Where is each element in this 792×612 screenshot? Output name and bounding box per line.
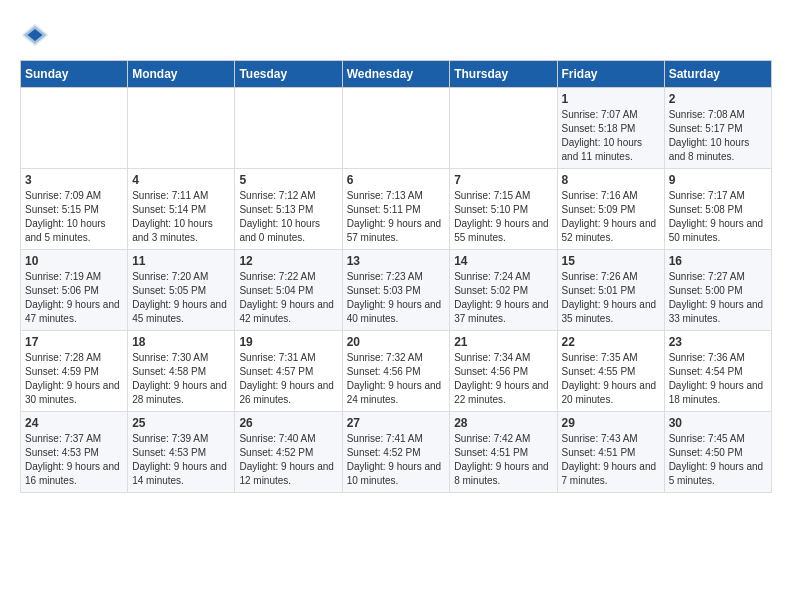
day-of-week-header: Sunday [21, 61, 128, 88]
calendar-day-cell: 24Sunrise: 7:37 AM Sunset: 4:53 PM Dayli… [21, 412, 128, 493]
logo-icon [20, 20, 50, 50]
day-number: 7 [454, 173, 552, 187]
day-number: 6 [347, 173, 446, 187]
day-info: Sunrise: 7:11 AM Sunset: 5:14 PM Dayligh… [132, 189, 230, 245]
day-info: Sunrise: 7:23 AM Sunset: 5:03 PM Dayligh… [347, 270, 446, 326]
calendar-day-cell: 17Sunrise: 7:28 AM Sunset: 4:59 PM Dayli… [21, 331, 128, 412]
day-number: 12 [239, 254, 337, 268]
day-number: 22 [562, 335, 660, 349]
calendar-day-cell: 27Sunrise: 7:41 AM Sunset: 4:52 PM Dayli… [342, 412, 450, 493]
day-number: 20 [347, 335, 446, 349]
calendar-day-cell: 6Sunrise: 7:13 AM Sunset: 5:11 PM Daylig… [342, 169, 450, 250]
day-number: 14 [454, 254, 552, 268]
day-info: Sunrise: 7:16 AM Sunset: 5:09 PM Dayligh… [562, 189, 660, 245]
day-info: Sunrise: 7:45 AM Sunset: 4:50 PM Dayligh… [669, 432, 767, 488]
calendar-week-row: 17Sunrise: 7:28 AM Sunset: 4:59 PM Dayli… [21, 331, 772, 412]
calendar-day-cell: 29Sunrise: 7:43 AM Sunset: 4:51 PM Dayli… [557, 412, 664, 493]
day-of-week-header: Wednesday [342, 61, 450, 88]
day-of-week-header: Friday [557, 61, 664, 88]
calendar-day-cell: 11Sunrise: 7:20 AM Sunset: 5:05 PM Dayli… [128, 250, 235, 331]
day-number: 23 [669, 335, 767, 349]
calendar-day-cell: 1Sunrise: 7:07 AM Sunset: 5:18 PM Daylig… [557, 88, 664, 169]
calendar-week-row: 10Sunrise: 7:19 AM Sunset: 5:06 PM Dayli… [21, 250, 772, 331]
day-info: Sunrise: 7:31 AM Sunset: 4:57 PM Dayligh… [239, 351, 337, 407]
calendar-day-cell: 12Sunrise: 7:22 AM Sunset: 5:04 PM Dayli… [235, 250, 342, 331]
logo [20, 20, 54, 50]
calendar-day-cell: 26Sunrise: 7:40 AM Sunset: 4:52 PM Dayli… [235, 412, 342, 493]
calendar-day-cell: 30Sunrise: 7:45 AM Sunset: 4:50 PM Dayli… [664, 412, 771, 493]
day-number: 16 [669, 254, 767, 268]
day-info: Sunrise: 7:43 AM Sunset: 4:51 PM Dayligh… [562, 432, 660, 488]
day-number: 15 [562, 254, 660, 268]
day-info: Sunrise: 7:26 AM Sunset: 5:01 PM Dayligh… [562, 270, 660, 326]
day-info: Sunrise: 7:22 AM Sunset: 5:04 PM Dayligh… [239, 270, 337, 326]
calendar-day-cell: 2Sunrise: 7:08 AM Sunset: 5:17 PM Daylig… [664, 88, 771, 169]
day-info: Sunrise: 7:12 AM Sunset: 5:13 PM Dayligh… [239, 189, 337, 245]
day-number: 13 [347, 254, 446, 268]
calendar-day-cell: 16Sunrise: 7:27 AM Sunset: 5:00 PM Dayli… [664, 250, 771, 331]
day-of-week-header: Monday [128, 61, 235, 88]
calendar-day-cell: 19Sunrise: 7:31 AM Sunset: 4:57 PM Dayli… [235, 331, 342, 412]
day-number: 29 [562, 416, 660, 430]
day-info: Sunrise: 7:36 AM Sunset: 4:54 PM Dayligh… [669, 351, 767, 407]
calendar-day-cell: 18Sunrise: 7:30 AM Sunset: 4:58 PM Dayli… [128, 331, 235, 412]
day-number: 27 [347, 416, 446, 430]
calendar-day-cell [128, 88, 235, 169]
day-info: Sunrise: 7:13 AM Sunset: 5:11 PM Dayligh… [347, 189, 446, 245]
day-info: Sunrise: 7:28 AM Sunset: 4:59 PM Dayligh… [25, 351, 123, 407]
page-header [20, 20, 772, 50]
calendar-day-cell: 13Sunrise: 7:23 AM Sunset: 5:03 PM Dayli… [342, 250, 450, 331]
day-of-week-header: Tuesday [235, 61, 342, 88]
day-info: Sunrise: 7:19 AM Sunset: 5:06 PM Dayligh… [25, 270, 123, 326]
day-number: 26 [239, 416, 337, 430]
day-number: 17 [25, 335, 123, 349]
day-info: Sunrise: 7:27 AM Sunset: 5:00 PM Dayligh… [669, 270, 767, 326]
day-info: Sunrise: 7:35 AM Sunset: 4:55 PM Dayligh… [562, 351, 660, 407]
day-number: 11 [132, 254, 230, 268]
calendar-day-cell: 7Sunrise: 7:15 AM Sunset: 5:10 PM Daylig… [450, 169, 557, 250]
calendar-header-row: SundayMondayTuesdayWednesdayThursdayFrid… [21, 61, 772, 88]
day-number: 4 [132, 173, 230, 187]
calendar-day-cell: 20Sunrise: 7:32 AM Sunset: 4:56 PM Dayli… [342, 331, 450, 412]
calendar-day-cell: 3Sunrise: 7:09 AM Sunset: 5:15 PM Daylig… [21, 169, 128, 250]
calendar-day-cell: 8Sunrise: 7:16 AM Sunset: 5:09 PM Daylig… [557, 169, 664, 250]
day-number: 24 [25, 416, 123, 430]
day-info: Sunrise: 7:08 AM Sunset: 5:17 PM Dayligh… [669, 108, 767, 164]
calendar-day-cell [21, 88, 128, 169]
day-number: 25 [132, 416, 230, 430]
calendar-day-cell [342, 88, 450, 169]
calendar-day-cell: 10Sunrise: 7:19 AM Sunset: 5:06 PM Dayli… [21, 250, 128, 331]
day-number: 21 [454, 335, 552, 349]
calendar-day-cell: 28Sunrise: 7:42 AM Sunset: 4:51 PM Dayli… [450, 412, 557, 493]
calendar-day-cell: 25Sunrise: 7:39 AM Sunset: 4:53 PM Dayli… [128, 412, 235, 493]
day-number: 30 [669, 416, 767, 430]
day-info: Sunrise: 7:41 AM Sunset: 4:52 PM Dayligh… [347, 432, 446, 488]
day-info: Sunrise: 7:42 AM Sunset: 4:51 PM Dayligh… [454, 432, 552, 488]
day-number: 8 [562, 173, 660, 187]
day-number: 5 [239, 173, 337, 187]
calendar-day-cell: 4Sunrise: 7:11 AM Sunset: 5:14 PM Daylig… [128, 169, 235, 250]
calendar-day-cell [450, 88, 557, 169]
day-number: 10 [25, 254, 123, 268]
calendar-day-cell [235, 88, 342, 169]
calendar-day-cell: 15Sunrise: 7:26 AM Sunset: 5:01 PM Dayli… [557, 250, 664, 331]
calendar-day-cell: 22Sunrise: 7:35 AM Sunset: 4:55 PM Dayli… [557, 331, 664, 412]
day-info: Sunrise: 7:17 AM Sunset: 5:08 PM Dayligh… [669, 189, 767, 245]
day-of-week-header: Saturday [664, 61, 771, 88]
calendar-table: SundayMondayTuesdayWednesdayThursdayFrid… [20, 60, 772, 493]
calendar-week-row: 24Sunrise: 7:37 AM Sunset: 4:53 PM Dayli… [21, 412, 772, 493]
day-info: Sunrise: 7:20 AM Sunset: 5:05 PM Dayligh… [132, 270, 230, 326]
day-info: Sunrise: 7:39 AM Sunset: 4:53 PM Dayligh… [132, 432, 230, 488]
calendar-week-row: 1Sunrise: 7:07 AM Sunset: 5:18 PM Daylig… [21, 88, 772, 169]
day-number: 3 [25, 173, 123, 187]
calendar-week-row: 3Sunrise: 7:09 AM Sunset: 5:15 PM Daylig… [21, 169, 772, 250]
calendar-day-cell: 21Sunrise: 7:34 AM Sunset: 4:56 PM Dayli… [450, 331, 557, 412]
day-number: 2 [669, 92, 767, 106]
day-info: Sunrise: 7:32 AM Sunset: 4:56 PM Dayligh… [347, 351, 446, 407]
day-number: 19 [239, 335, 337, 349]
day-of-week-header: Thursday [450, 61, 557, 88]
day-info: Sunrise: 7:40 AM Sunset: 4:52 PM Dayligh… [239, 432, 337, 488]
day-info: Sunrise: 7:07 AM Sunset: 5:18 PM Dayligh… [562, 108, 660, 164]
day-number: 18 [132, 335, 230, 349]
day-info: Sunrise: 7:24 AM Sunset: 5:02 PM Dayligh… [454, 270, 552, 326]
